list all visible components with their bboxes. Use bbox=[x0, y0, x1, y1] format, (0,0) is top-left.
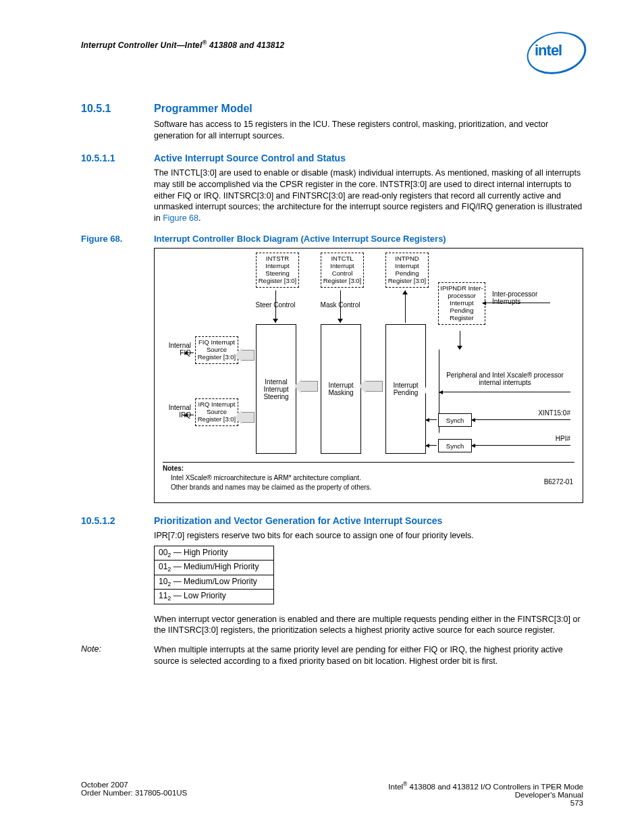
reg-fiq-src: FIQ Interrupt Source Register [3:0] bbox=[195, 336, 238, 364]
block-synch: Synch bbox=[438, 439, 472, 452]
arrow-icon bbox=[300, 381, 318, 392]
intel-logo: intel bbox=[527, 32, 583, 70]
label-steer-control: Steer Control bbox=[249, 301, 302, 309]
figure-number: Figure 68. bbox=[81, 234, 122, 244]
block-steering: Internal Interrupt Steering bbox=[256, 324, 296, 454]
section-title: Prioritization and Vector Generation for… bbox=[154, 515, 583, 526]
priority-table: 002 — High Priority012 — Medium/High Pri… bbox=[154, 546, 274, 604]
reg-intpnd: INTPND Interrupt Pending Register [3:0] bbox=[385, 253, 429, 288]
section-title: Programmer Model bbox=[154, 103, 583, 115]
footer-manual: Developer's Manual bbox=[388, 791, 583, 799]
running-title: Interrupt Controller Unit—Intel® 413808 … bbox=[81, 41, 284, 50]
label-ipi: Inter-processor Interrupts bbox=[492, 290, 560, 305]
footer-date: October 2007 bbox=[81, 781, 187, 789]
body-paragraph: Software has access to 15 registers in t… bbox=[154, 119, 583, 142]
note-line: Intel XScale® microarchitecture is ARM* … bbox=[171, 474, 468, 481]
footer-order-number: Order Number: 317805-001US bbox=[81, 789, 187, 797]
block-masking: Interrupt Masking bbox=[321, 324, 361, 454]
label-mask-control: Mask Control bbox=[314, 301, 367, 309]
body-paragraph: The INTCTL[3:0] are used to enable or di… bbox=[154, 167, 583, 224]
body-paragraph: When interrupt vector generation is enab… bbox=[154, 614, 583, 637]
section-number: 10.5.1.1 bbox=[81, 153, 154, 163]
reg-ipipndr: IPIPNDR Inter-processor Interrupt Pendin… bbox=[438, 282, 485, 325]
reg-irq-src: IRQ Interrupt Source Register [3:0] bbox=[195, 398, 238, 426]
section-number: 10.5.1.2 bbox=[81, 515, 154, 526]
notes-header: Notes: bbox=[163, 465, 184, 472]
label-xint: XINT15:0# bbox=[519, 409, 570, 417]
body-paragraph: IPR[7:0] registers reserve two bits for … bbox=[154, 530, 583, 542]
table-row: 102 — Medium/Low Priority bbox=[155, 575, 274, 589]
page-footer: October 2007 Order Number: 317805-001US … bbox=[81, 781, 583, 807]
label-periph: Peripheral and Intel Xscale® processor i… bbox=[441, 371, 569, 386]
note-body: When multiple interrupts at the same pri… bbox=[154, 644, 583, 667]
section-number: 10.5.1 bbox=[81, 103, 154, 115]
footer-product: Intel® 413808 and 413812 I/O Controllers… bbox=[388, 781, 583, 791]
reg-intctl: INTCTL Interrupt Control Register [3:0] bbox=[321, 253, 364, 288]
page-number: 573 bbox=[388, 799, 583, 807]
block-diagram: INTSTR Interrupt Steering Register [3:0]… bbox=[154, 248, 583, 503]
logo-text: intel bbox=[535, 42, 562, 59]
note-label: Note: bbox=[81, 644, 101, 654]
reg-intstr: INTSTR Interrupt Steering Register [3:0] bbox=[256, 253, 299, 288]
running-header: Interrupt Controller Unit—Intel® 413808 … bbox=[81, 39, 583, 50]
note-line: Other brands and names may be claimed as… bbox=[171, 484, 468, 491]
table-row: 012 — Medium/High Priority bbox=[155, 561, 274, 575]
figure-link[interactable]: Figure 68 bbox=[163, 213, 198, 223]
figure-caption: Interrupt Controller Block Diagram (Acti… bbox=[154, 234, 446, 244]
block-synch: Synch bbox=[438, 413, 472, 427]
table-row: 112 — Low Priority bbox=[155, 590, 274, 604]
label-hpi: HPI# bbox=[533, 435, 570, 442]
arrow-icon bbox=[241, 412, 254, 423]
arrow-icon bbox=[241, 350, 254, 361]
diagram-id: B6272-01 bbox=[544, 478, 573, 486]
section-title: Active Interrupt Source Control and Stat… bbox=[154, 153, 583, 163]
block-pending: Interrupt Pending bbox=[385, 324, 426, 454]
arrow-icon bbox=[365, 381, 383, 392]
table-row: 002 — High Priority bbox=[155, 546, 274, 561]
